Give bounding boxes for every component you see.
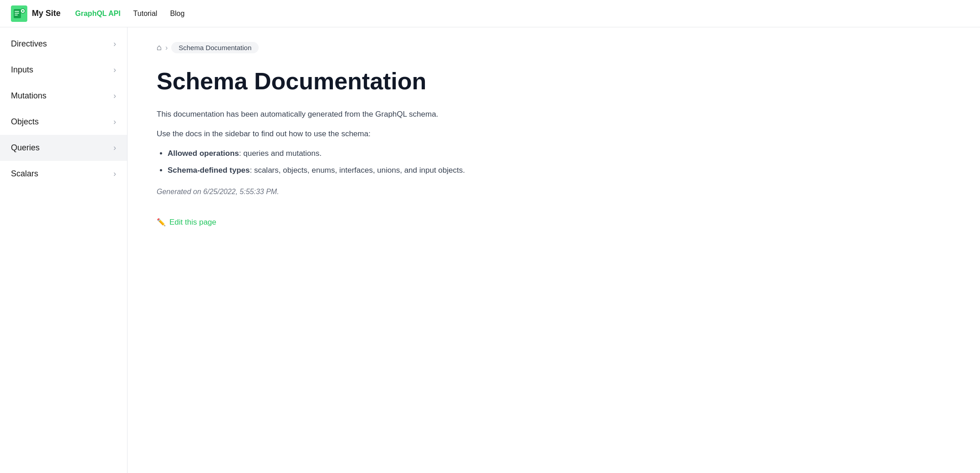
bullet-item-operations: Allowed operations: queries and mutation… (168, 147, 508, 159)
sidebar-item-directives[interactable]: Directives › (0, 31, 127, 57)
bullet-2-rest: : scalars, objects, enums, interfaces, u… (250, 166, 464, 175)
svg-rect-3 (15, 13, 19, 14)
sidebar-item-scalars[interactable]: Scalars › (0, 161, 127, 187)
sidebar-item-mutations[interactable]: Mutations › (0, 83, 127, 109)
brand-logo-icon (11, 5, 27, 22)
edit-label: Edit this page (169, 218, 216, 227)
nav-blog[interactable]: Blog (170, 10, 184, 18)
sidebar-item-objects[interactable]: Objects › (0, 109, 127, 135)
breadcrumb: ⌂ › Schema Documentation (157, 42, 508, 53)
edit-page-link[interactable]: ✏️ Edit this page (157, 218, 216, 227)
nav-graphql-api[interactable]: GraphQL API (75, 10, 121, 18)
description-paragraph-1: This documentation has been automaticall… (157, 108, 508, 120)
sidebar-item-queries[interactable]: Queries › (0, 135, 127, 161)
features-list: Allowed operations: queries and mutation… (168, 147, 508, 176)
brand-name-text: My Site (32, 9, 61, 18)
generated-timestamp: Generated on 6/25/2022, 5:55:33 PM. (157, 188, 508, 196)
navbar-links: GraphQL API Tutorial Blog (75, 10, 184, 18)
pencil-icon: ✏️ (157, 218, 166, 226)
bullet-2-bold: Schema-defined types (168, 166, 250, 175)
sidebar: Directives › Inputs › Mutations › Object… (0, 27, 128, 473)
description-paragraph-2: Use the docs in the sidebar to find out … (157, 128, 508, 140)
bullet-item-types: Schema-defined types: scalars, objects, … (168, 164, 508, 176)
breadcrumb-home-icon[interactable]: ⌂ (157, 43, 162, 52)
breadcrumb-current: Schema Documentation (171, 42, 259, 53)
page-title: Schema Documentation (157, 68, 508, 95)
svg-rect-4 (15, 15, 18, 15)
chevron-right-icon-mutations: › (113, 91, 116, 101)
navbar: My Site GraphQL API Tutorial Blog (0, 0, 980, 27)
nav-tutorial[interactable]: Tutorial (133, 10, 158, 18)
brand-link[interactable]: My Site (11, 5, 61, 22)
chevron-right-icon-directives: › (113, 39, 116, 49)
svg-rect-2 (15, 11, 19, 12)
svg-point-6 (22, 10, 24, 12)
chevron-right-icon-scalars: › (113, 169, 116, 179)
page-layout: Directives › Inputs › Mutations › Object… (0, 27, 980, 473)
chevron-right-icon-inputs: › (113, 65, 116, 75)
bullet-1-bold: Allowed operations (168, 149, 239, 158)
sidebar-item-inputs[interactable]: Inputs › (0, 57, 127, 83)
breadcrumb-separator: › (165, 44, 168, 52)
chevron-right-icon-objects: › (113, 117, 116, 127)
chevron-right-icon-queries: › (113, 143, 116, 153)
main-content: ⌂ › Schema Documentation Schema Document… (128, 27, 537, 473)
bullet-1-rest: : queries and mutations. (239, 149, 322, 158)
